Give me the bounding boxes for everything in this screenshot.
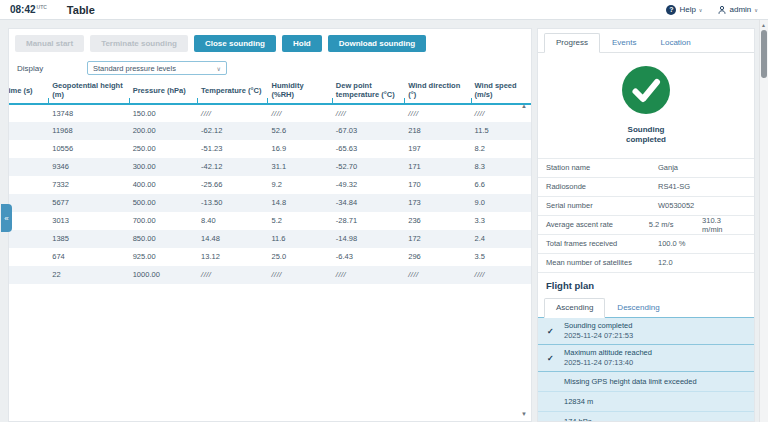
column-header-temperature-c: Temperature (°C) xyxy=(197,79,267,104)
table-cell: 5.2 xyxy=(267,212,331,230)
table-row: 674925.0013.1225.0-6.432963.5 xyxy=(9,248,531,266)
table-cell xyxy=(9,230,48,248)
clock: 08:42UTC xyxy=(10,4,47,15)
table-cell: 150.00 xyxy=(129,104,197,122)
status-panel-tabs: ProgressEventsLocation xyxy=(538,29,754,53)
info-label: Total frames received xyxy=(546,239,658,248)
table-cell xyxy=(9,140,48,158)
column-header-wind-speed-m-s: Wind speed (m/s) xyxy=(471,79,531,104)
flight-plan-tab-ascending[interactable]: Ascending xyxy=(544,298,605,318)
table-scroll-down-icon[interactable]: ▼ xyxy=(521,411,527,417)
table-cell: //// xyxy=(267,266,331,284)
table-cell: 700.00 xyxy=(129,212,197,230)
table-cell: -67.03 xyxy=(332,122,404,140)
table-cell: 25.0 xyxy=(267,248,331,266)
table-row: 3013700.008.405.2-28.712363.3 xyxy=(9,212,531,230)
table-cell: //// xyxy=(332,104,404,122)
help-icon: ? xyxy=(666,5,676,15)
chevron-down-icon: ∨ xyxy=(699,7,703,13)
table-cell xyxy=(9,122,48,140)
table-cell: 16.9 xyxy=(267,140,331,158)
sidebar-collapse-handle[interactable]: « xyxy=(1,204,12,232)
table-cell: 3.5 xyxy=(471,248,531,266)
table-cell: //// xyxy=(332,266,404,284)
table-cell: 173 xyxy=(404,194,470,212)
top-bar: 08:42UTC Table ? Help ∨ admin ∨ xyxy=(0,0,768,20)
display-select[interactable]: Standard pressure levels ∨ xyxy=(87,61,227,75)
scrollbar-up-icon[interactable]: ▲ xyxy=(761,22,766,28)
flight-plan-tabs: AscendingDescending xyxy=(538,298,754,318)
table-cell: 850.00 xyxy=(129,230,197,248)
table-cell: 3013 xyxy=(48,212,128,230)
help-label: Help xyxy=(679,5,695,14)
flight-plan-section: Flight plan AscendingDescending ✓Soundin… xyxy=(538,272,754,422)
table-cell: 8.3 xyxy=(471,158,531,176)
table-cell: 171 xyxy=(404,158,470,176)
scrollbar-thumb[interactable] xyxy=(761,30,767,78)
table-cell: 8.40 xyxy=(197,212,267,230)
table-row: 9346300.00-42.1231.1-52.701718.3 xyxy=(9,158,531,176)
info-value: 100.0 % xyxy=(658,239,716,248)
table-cell: 22 xyxy=(48,266,128,284)
info-extra-value: 310.3 m/min xyxy=(702,216,746,234)
table-cell: 1385 xyxy=(48,230,128,248)
user-menu[interactable]: admin ∨ xyxy=(717,5,758,15)
table-cell: -49.32 xyxy=(332,176,404,194)
table-cell: 925.00 xyxy=(129,248,197,266)
tab-progress[interactable]: Progress xyxy=(544,33,600,53)
info-row-station-name: Station nameGanja xyxy=(538,158,754,177)
info-value: RS41-SG xyxy=(658,182,716,191)
hold-button[interactable]: Hold xyxy=(282,35,322,52)
flight-plan-item-timestamp: 2025-11-24 07:21:53 xyxy=(564,331,748,341)
table-cell: 400.00 xyxy=(129,176,197,194)
table-cell: -42.12 xyxy=(197,158,267,176)
table-cell: 7332 xyxy=(48,176,128,194)
info-row-mean-number-of-satellites: Mean number of satellites12.0 xyxy=(538,253,754,272)
help-menu[interactable]: ? Help ∨ xyxy=(666,5,702,15)
tab-location[interactable]: Location xyxy=(648,33,702,52)
table-cell: 11.6 xyxy=(267,230,331,248)
page-scrollbar[interactable]: ▲ xyxy=(759,20,768,422)
sounding-table-panel: Manual startTerminate soundingClose soun… xyxy=(8,28,532,422)
column-header-geopotential-height-m: Geopotential height (m) xyxy=(48,79,128,104)
table-cell: 250.00 xyxy=(129,140,197,158)
table-row: 11968200.00-62.1252.6-67.0321811.5 xyxy=(9,122,531,140)
table-cell: //// xyxy=(197,266,267,284)
info-label: Serial number xyxy=(546,201,658,210)
tab-events[interactable]: Events xyxy=(600,33,648,52)
sounding-status-panel: ProgressEventsLocation Sounding complete… xyxy=(537,28,755,422)
close-sounding-button[interactable]: Close sounding xyxy=(194,35,276,52)
user-label: admin xyxy=(730,5,752,14)
flight-plan-title: Flight plan xyxy=(538,280,754,298)
table-cell: -65.63 xyxy=(332,140,404,158)
flight-plan-item: ✓Sounding completed2025-11-24 07:21:53 xyxy=(538,318,754,345)
table-header-row: Time (s)Geopotential height (m)Pressure … xyxy=(9,79,531,104)
table-cell: 236 xyxy=(404,212,470,230)
table-cell: 11.5 xyxy=(471,122,531,140)
table-cell: 14.8 xyxy=(267,194,331,212)
table-cell: -13.50 xyxy=(197,194,267,212)
download-sounding-button[interactable]: Download sounding xyxy=(328,35,426,52)
sounding-status: Sounding completed xyxy=(538,53,754,154)
table-cell: 11968 xyxy=(48,122,128,140)
manual-start-button: Manual start xyxy=(15,35,84,52)
toolbar: Manual startTerminate soundingClose soun… xyxy=(15,35,525,52)
table-cell: 9.2 xyxy=(267,176,331,194)
table-cell: 6.6 xyxy=(471,176,531,194)
table-scroll-up-icon[interactable]: ▲ xyxy=(521,103,527,109)
table-cell: 5677 xyxy=(48,194,128,212)
sounding-info-list: Station nameGanjaRadiosondeRS41-SGSerial… xyxy=(538,158,754,272)
table-cell: 13.12 xyxy=(197,248,267,266)
info-value: 12.0 xyxy=(658,258,716,267)
info-value: W0530052 xyxy=(658,201,716,210)
flight-plan-item-timestamp: 2025-11-24 07:13:40 xyxy=(564,358,748,368)
table-cell: 31.1 xyxy=(267,158,331,176)
table-cell xyxy=(9,266,48,284)
table-cell: 674 xyxy=(48,248,128,266)
table-cell: 52.6 xyxy=(267,122,331,140)
flight-plan-tab-descending[interactable]: Descending xyxy=(605,298,671,317)
table-cell: //// xyxy=(404,266,470,284)
table-cell: //// xyxy=(267,104,331,122)
flight-plan-detail: 12834 m xyxy=(538,392,754,412)
table-cell: 13748 xyxy=(48,104,128,122)
